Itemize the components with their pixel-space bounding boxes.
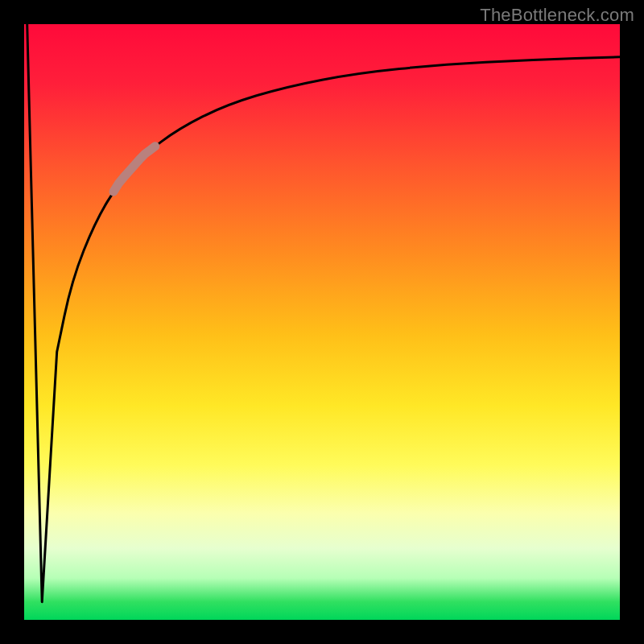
chart-frame: TheBottleneck.com [0, 0, 644, 644]
plot-area [24, 24, 620, 620]
line-chart-svg [24, 24, 620, 620]
curve-path [27, 24, 620, 602]
curve-highlight [114, 147, 155, 192]
curve-group [27, 24, 620, 602]
watermark-text: TheBottleneck.com [480, 5, 634, 26]
